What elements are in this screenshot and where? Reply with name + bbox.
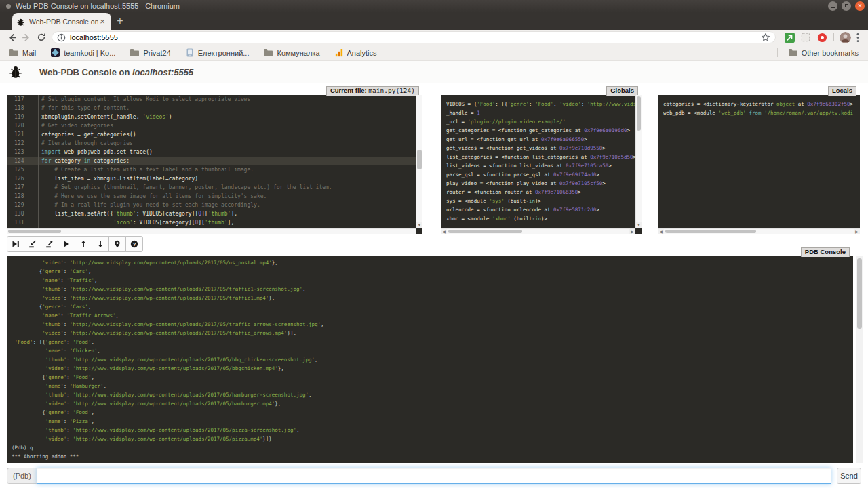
code-line: 120# Get video categories	[7, 121, 416, 130]
bookmark-item[interactable]: Електронний...	[186, 48, 250, 57]
folder-icon	[264, 49, 273, 57]
bookmark-star-icon[interactable]	[761, 33, 770, 42]
forward-button[interactable]	[19, 30, 34, 44]
step-into-button[interactable]	[24, 236, 41, 252]
svg-text:?: ?	[133, 241, 136, 247]
globals-horizontal-scrollbar[interactable]: ◀ ▶	[441, 228, 635, 234]
scroll-down-arrow[interactable]: ▼	[636, 222, 642, 228]
bookmark-item[interactable]: Коммуналка	[264, 49, 319, 57]
bookmark-item[interactable]: Analytics	[335, 49, 377, 57]
code-horizontal-scrollbar[interactable]	[7, 228, 416, 234]
browser-tab[interactable]: Web-PDB Console on loca ×	[12, 13, 111, 30]
up-button[interactable]	[75, 236, 92, 252]
pdb-console-label: PDB Console	[801, 247, 850, 257]
code-vertical-scrollbar[interactable]: ▼	[416, 95, 422, 228]
code-line: 121categories = get_categories()	[7, 130, 416, 139]
step-out-button[interactable]	[41, 236, 58, 252]
red-extension-icon[interactable]	[815, 30, 829, 44]
console-line: {'genre': 'Food',	[12, 408, 853, 417]
console-line: {'genre': 'Food',	[12, 373, 853, 382]
where-button[interactable]	[108, 236, 126, 252]
code-line: 123import web_pdb;web_pdb.set_trace()	[7, 148, 416, 157]
doc-icon	[186, 48, 194, 57]
tab-strip: Web-PDB Console on loca × +	[0, 12, 868, 30]
menu-kebab-icon[interactable]	[853, 30, 863, 44]
browser-toolbar: localhost:5555	[0, 30, 868, 45]
bookmark-item[interactable]: teamkodi | Ko...	[51, 48, 115, 57]
globals-line: play_video = <function play_video at 0x7…	[446, 179, 635, 188]
globals-line: VIDEOS = {'Food': [{'genre': 'Food', 'vi…	[446, 100, 635, 108]
console-line: *** Aborting addon ***	[12, 452, 853, 461]
bookmark-item[interactable]: Mail	[9, 49, 36, 57]
debugger-controls: ?	[7, 236, 143, 252]
console-line: 'video': 'http://www.vidsplay.com/wp-con…	[12, 434, 853, 443]
next-button[interactable]	[7, 236, 24, 252]
pdb-console-panel: PDB Console 'video': 'http://www.vidspla…	[7, 256, 853, 463]
placeholder-extension-icon[interactable]	[799, 30, 812, 44]
scroll-down-arrow[interactable]: ▼	[416, 222, 422, 228]
scroll-thumb[interactable]	[665, 230, 756, 233]
scroll-thumb[interactable]	[857, 258, 862, 329]
bug-favicon-icon	[16, 17, 25, 26]
scroll-right-arrow[interactable]: ▶	[629, 229, 635, 234]
green-extension-icon[interactable]	[783, 30, 796, 44]
scroll-thumb[interactable]	[417, 150, 422, 170]
other-bookmarks-button[interactable]: Other bookmarks	[789, 49, 859, 57]
scroll-left-arrow[interactable]: ◀	[441, 229, 447, 234]
console-line: 'video': 'http://www.vidsplay.com/wp-con…	[12, 329, 853, 338]
page-title: Web-PDB Console on localhost:5555	[39, 67, 193, 77]
globals-line: list_videos = <function list_videos at 0…	[446, 161, 635, 170]
new-tab-button[interactable]: +	[111, 14, 129, 28]
reload-button[interactable]	[34, 30, 49, 44]
tab-title: Web-PDB Console on loca	[29, 18, 98, 26]
text-caret	[41, 471, 41, 481]
globals-vertical-scrollbar[interactable]: ▼	[635, 95, 642, 228]
send-button[interactable]: Send	[837, 468, 861, 484]
tab-close-icon[interactable]: ×	[98, 16, 107, 26]
toolbar-divider	[833, 33, 834, 41]
locals-listing: categories = <dictionary-keyiterator obj…	[658, 95, 854, 228]
console-line: {'genre': 'Cars',	[12, 302, 853, 311]
scroll-right-arrow[interactable]: ▶	[854, 229, 860, 234]
bookmark-label: Електронний...	[198, 49, 250, 57]
bookmark-item[interactable]: Privat24	[130, 49, 170, 57]
bookmark-label: Privat24	[143, 49, 170, 57]
code-line: 124for category in categories:	[7, 157, 416, 165]
other-bookmarks-label: Other bookmarks	[802, 49, 859, 57]
site-info-icon[interactable]	[57, 33, 66, 42]
folder-icon	[9, 49, 18, 57]
help-button[interactable]: ?	[125, 236, 143, 252]
address-bar[interactable]: localhost:5555	[52, 31, 776, 43]
console-line: 'name': 'Traffic Arrows',	[12, 311, 853, 320]
profile-avatar[interactable]	[840, 32, 851, 43]
scroll-thumb[interactable]	[637, 96, 641, 131]
scroll-thumb[interactable]	[448, 230, 522, 233]
pdb-command-input[interactable]	[37, 468, 831, 484]
url-text: localhost:5555	[70, 33, 761, 41]
code-line: 125 # Create a list item with a text lab…	[7, 165, 416, 174]
maximize-button[interactable]	[842, 1, 851, 11]
console-line: (Pdb) q	[12, 443, 853, 452]
current-file-label: Current file: main.py(124)	[326, 86, 419, 96]
console-line: 'Food': [{'genre': 'Food',	[12, 338, 853, 346]
minimize-button[interactable]	[828, 1, 837, 11]
locals-horizontal-scrollbar[interactable]: ◀ ▶	[658, 228, 860, 234]
globals-listing: VIDEOS = {'Food': [{'genre': 'Food', 'vi…	[441, 95, 635, 228]
scroll-left-arrow[interactable]: ◀	[658, 229, 664, 234]
console-line: 'name': 'Pizza',	[12, 417, 853, 426]
close-button[interactable]: ×	[855, 1, 865, 11]
bookmark-label: Analytics	[347, 49, 377, 57]
folder-icon	[130, 49, 139, 57]
continue-button[interactable]	[58, 236, 75, 252]
titlebar: Web-PDB Console on localhost:5555 - Chro…	[0, 0, 868, 12]
bookmark-label: teamkodi | Ko...	[64, 49, 115, 57]
console-line: 'video': 'http://www.vidsplay.com/wp-con…	[12, 364, 853, 373]
code-line: 128 # Here we use the same image for all…	[7, 192, 416, 201]
back-button[interactable]	[4, 30, 19, 44]
down-button[interactable]	[92, 236, 109, 252]
console-vertical-scrollbar[interactable]	[856, 256, 863, 463]
console-line: 'video': 'http://www.vidsplay.com/wp-con…	[12, 399, 853, 408]
scroll-thumb[interactable]	[8, 230, 61, 233]
console-line: 'thumb': 'http://www.vidsplay.com/wp-con…	[12, 355, 853, 364]
code-line: 122# Iterate through categories	[7, 139, 416, 148]
